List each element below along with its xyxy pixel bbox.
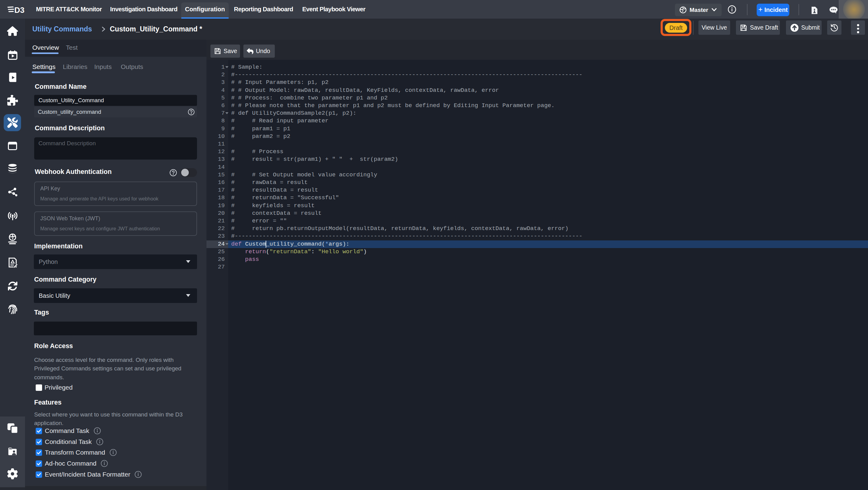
svg-text:D3: D3: [14, 5, 24, 14]
